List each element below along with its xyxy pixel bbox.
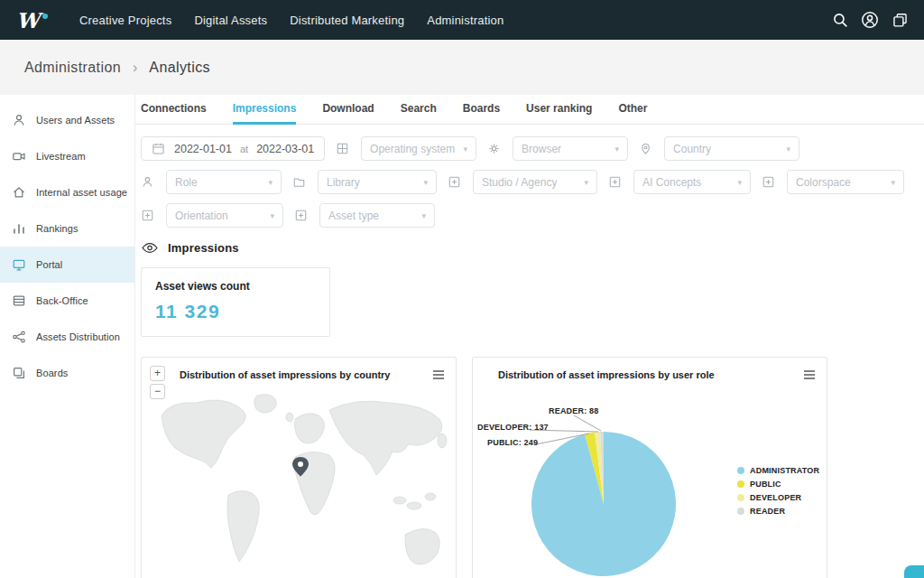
chart-menu-icon[interactable] [432,368,446,379]
nav-creative-projects[interactable]: Creative Projects [79,14,171,27]
analytics-tabs: Connections Impressions Download Search … [135,95,924,125]
legend-label: PUBLIC [750,480,781,489]
sidebar-item-internal-asset-usage[interactable]: Internal asset usage [0,174,134,210]
orientation-select[interactable]: Orientation▾ [166,203,283,228]
legend-item-administrator[interactable]: ADMINISTRATOR [737,466,819,475]
chevron-down-icon: ▾ [787,144,791,154]
os-grid-icon [336,142,350,156]
chevron-down-icon: ▾ [584,178,588,187]
metric-value: 11 329 [155,301,316,322]
calendar-icon [152,142,166,156]
date-from-input[interactable]: 2022-01-01 [174,143,232,155]
section-title: Impressions [168,241,239,255]
tab-user-ranking[interactable]: User ranking [526,95,592,125]
pie-slice-administrator[interactable] [531,432,676,576]
monitor-icon [12,257,27,273]
sidebar-item-assets-distribution[interactable]: Assets Distribution [0,319,134,355]
tab-other[interactable]: Other [618,95,647,125]
date-to-input[interactable]: 2022-03-01 [256,143,314,155]
chart-title: Distribution of asset impressions by cou… [180,369,391,380]
filter-panel: 2022-01-01 at 2022-03-01 Operating syste… [135,125,924,228]
brand-logo[interactable]: W [0,10,63,31]
floating-button[interactable] [904,565,924,578]
topbar-actions [830,10,924,30]
sidebar-item-label: Internal asset usage [36,187,127,198]
asset-views-count-card: Asset views count 11 329 [141,267,330,337]
table-icon [12,294,27,309]
tab-search[interactable]: Search [401,95,437,125]
sidebar-item-boards[interactable]: Boards [0,355,134,391]
browser-select[interactable]: Browser▾ [513,136,628,161]
gear-icon [487,142,502,156]
sidebar-item-label: Boards [36,368,68,378]
zoom-in-button[interactable]: + [150,366,165,381]
select-placeholder: Studio / Agency [482,176,557,189]
select-placeholder: Browser [522,143,561,155]
metric-label: Asset views count [155,280,316,293]
page-title: Analytics [149,60,210,76]
legend-item-developer[interactable]: DEVELOPER [737,493,819,502]
legend-item-public[interactable]: PUBLIC [737,480,819,489]
account-icon[interactable] [860,10,880,30]
select-placeholder: Asset type [328,210,379,222]
select-placeholder: Operating system [370,143,455,155]
main-content: Connections Impressions Download Search … [135,95,924,578]
country-select[interactable]: Country▾ [664,136,799,161]
date-joiner-label: at [240,144,248,154]
tab-impressions[interactable]: Impressions [233,95,297,125]
nav-digital-assets[interactable]: Digital Assets [194,14,267,27]
chevron-down-icon: ▾ [464,144,468,154]
plus-square-icon [294,209,309,223]
chevron-down-icon: ▾ [421,211,426,220]
nav-distributed-marketing[interactable]: Distributed Marketing [290,14,404,27]
sidebar-item-rankings[interactable]: Rankings [0,210,134,247]
breadcrumb-section[interactable]: Administration [24,60,121,76]
plus-square-icon [448,175,462,190]
chevron-down-icon: ▾ [423,178,428,187]
pie-legend: ADMINISTRATOR PUBLIC DEVELOPER READER [737,466,819,516]
asset-type-select[interactable]: Asset type▾ [319,203,435,228]
operating-system-select[interactable]: Operating system▾ [361,136,476,161]
tab-download[interactable]: Download [322,95,374,125]
legend-item-reader[interactable]: READER [737,507,819,516]
colorspace-select[interactable]: Colorspace▾ [787,170,904,194]
tab-connections[interactable]: Connections [141,95,207,125]
legend-dot [737,480,744,488]
world-map[interactable] [142,387,457,578]
sidebar: Users and Assets Livestream Internal ass… [0,95,135,578]
legend-label: ADMINISTRATOR [750,466,819,475]
role-select[interactable]: Role▾ [166,170,282,194]
chevron-down-icon: ▾ [268,178,273,187]
legend-label: READER [750,507,785,516]
ai-concepts-select[interactable]: AI Concepts▾ [633,170,751,194]
sidebar-item-livestream[interactable]: Livestream [0,138,134,174]
plus-square-icon [141,209,155,223]
sidebar-item-back-office[interactable]: Back-Office [0,283,134,319]
library-select[interactable]: Library▾ [318,170,437,194]
date-range-picker[interactable]: 2022-01-01 at 2022-03-01 [141,136,325,161]
pages-icon[interactable] [890,10,910,30]
chart-title: Distribution of asset impressions by use… [498,369,715,380]
tab-boards[interactable]: Boards [463,95,500,125]
sidebar-item-portal[interactable]: Portal [0,247,134,283]
sidebar-item-label: Livestream [36,151,86,162]
nav-administration[interactable]: Administration [427,14,504,27]
sidebar-item-label: Back-Office [36,295,88,306]
primary-nav: Creative Projects Digital Assets Distrib… [79,14,504,27]
select-placeholder: Role [175,176,198,189]
studio-agency-select[interactable]: Studio / Agency▾ [473,170,597,194]
map-chart-card: + − Distribution of asset impressions by… [141,357,457,578]
map-zoom-controls: + − [150,366,165,399]
chevron-right-icon: › [133,60,137,76]
chevron-down-icon: ▾ [737,178,742,187]
search-icon[interactable] [830,10,850,30]
pie-callout-developer: DEVELOPER: 137 [477,423,549,432]
sidebar-item-label: Rankings [36,223,79,234]
legend-dot [737,494,744,501]
pie-callout-public: PUBLIC: 249 [487,438,538,447]
select-placeholder: Orientation [175,210,228,222]
chart-menu-icon[interactable] [803,368,817,379]
zoom-out-button[interactable]: − [150,384,165,399]
select-placeholder: Country [673,143,711,155]
sidebar-item-users-and-assets[interactable]: Users and Assets [0,102,134,138]
